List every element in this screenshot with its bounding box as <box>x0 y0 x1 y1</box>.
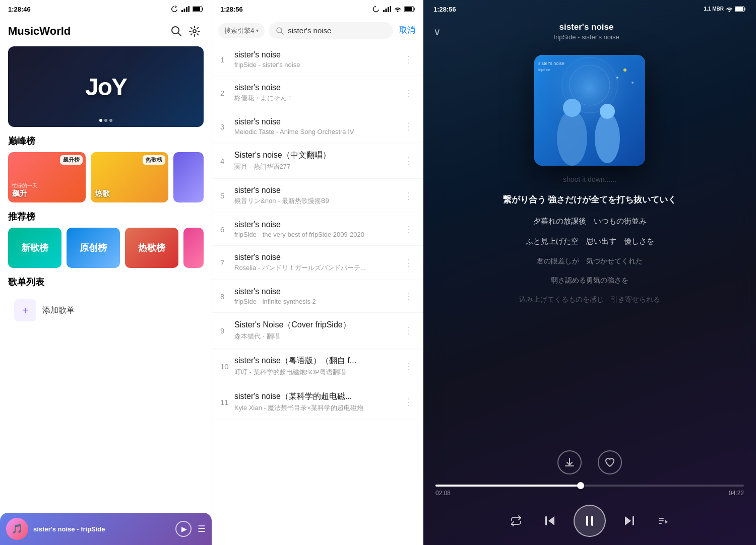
download-button[interactable] <box>557 450 582 474</box>
rec-card-new[interactable]: 新歌榜 <box>8 228 61 268</box>
result-sub-10: 叮叮 - 某科学的超电磁炮SOP粤语翻唱 <box>234 368 402 377</box>
svg-rect-33 <box>586 516 588 526</box>
chart-card-hot[interactable]: 热歌榜 热歌 <box>91 152 168 202</box>
banner-dot-1 <box>99 119 102 122</box>
result-num-8: 8 <box>220 292 234 301</box>
result-more-5[interactable]: ⋮ <box>402 188 415 203</box>
result-more-10[interactable]: ⋮ <box>402 359 415 374</box>
charts-section-title: 巅峰榜 <box>0 127 212 152</box>
result-item-11[interactable]: 11 sister's noise（某科学的超电磁... Kyle Xian -… <box>212 384 423 420</box>
rec-hot-label: 热歌榜 <box>138 242 165 254</box>
rec-card-hot[interactable]: 热歌榜 <box>125 228 178 268</box>
progress-fill <box>435 485 581 487</box>
result-more-1[interactable]: ⋮ <box>402 52 415 67</box>
result-item-4[interactable]: 4 Sister's noise（中文翻唱） 冥月 - 热门华语277 ⋮ <box>212 143 423 179</box>
player-song-sub: fripSide - sister's noise <box>441 33 732 41</box>
result-item-7[interactable]: 7 sister's noise Roselia - バンドリ！ガールズバンドパ… <box>212 246 423 280</box>
banner-image[interactable]: JoY <box>8 46 204 127</box>
search-engine-selector[interactable]: 搜索引擎4 ▾ <box>218 23 265 38</box>
current-time: 02:08 <box>435 490 451 497</box>
banner-indicators <box>99 119 112 122</box>
search-icon-2 <box>276 27 284 35</box>
chevron-down-icon: ▾ <box>256 28 259 33</box>
time-2: 1:28:56 <box>220 6 243 13</box>
result-sub-11: Kyle Xian - 魔法禁书目录×某科学的超电磁炮 <box>234 403 402 413</box>
result-more-2[interactable]: ⋮ <box>402 86 415 101</box>
mini-play-button[interactable]: ▶ <box>175 521 192 537</box>
player-content: 1:28:56 1.1 MBR ∨ sister's noise fripSid… <box>423 0 756 545</box>
result-sub-5: 鏡音リン&non - 最新热歌慢摇B9 <box>234 196 402 206</box>
result-item-5[interactable]: 5 sister's noise 鏡音リン&non - 最新热歌慢摇B9 ⋮ <box>212 179 423 213</box>
playlist-button[interactable] <box>652 510 674 532</box>
result-item-2[interactable]: 2 sister's noise 柊優花・よにそん！ ⋮ <box>212 76 423 110</box>
panel-home: 1:28:46 MusicWorld JoY 巅峰榜 飙升榜 忙碌的一天 飙升 <box>0 0 212 545</box>
result-title-5: sister's noise <box>234 186 402 195</box>
result-more-4[interactable]: ⋮ <box>402 153 415 168</box>
lyrics-area[interactable]: shoot it down...... 繋がり合う 強さだけが全てを打ち抜いてい… <box>423 171 756 444</box>
svg-rect-20 <box>534 55 645 166</box>
svg-rect-37 <box>659 520 664 521</box>
collapse-button[interactable]: ∨ <box>433 26 441 38</box>
result-num-5: 5 <box>220 191 234 200</box>
mini-player[interactable]: 🎵 sister's noise - fripSide ▶ ☰ <box>0 513 212 545</box>
repeat-button[interactable] <box>505 510 527 532</box>
settings-button[interactable] <box>185 22 204 40</box>
add-icon: + <box>14 299 36 321</box>
result-more-6[interactable]: ⋮ <box>402 222 415 237</box>
rec-card-original[interactable]: 原创榜 <box>67 228 120 268</box>
album-art-wrap: sister's noise fripSide <box>423 45 756 171</box>
progress-bar[interactable] <box>435 485 744 487</box>
status-icons-3: 1.1 MBR <box>704 6 746 12</box>
result-item-6[interactable]: 6 sister's noise fripSide - the very bes… <box>212 213 423 246</box>
lyric-line-6: 込み上げてくるものを感じ 引き寄せられる <box>433 291 746 308</box>
cancel-button[interactable]: 取消 <box>397 25 417 36</box>
svg-rect-14 <box>405 7 412 11</box>
download-icon <box>564 457 575 468</box>
result-item-8[interactable]: 8 sister's noise fripSide - infinite syn… <box>212 280 423 313</box>
result-title-9: Sister's Noise（Cover fripSide） <box>234 320 402 330</box>
search-icon <box>171 26 182 37</box>
add-playlist-button[interactable]: + 添加歌单 <box>8 293 204 327</box>
result-num-9: 9 <box>220 326 234 335</box>
search-input-container[interactable]: sister's noise <box>269 22 393 39</box>
svg-rect-35 <box>633 516 634 525</box>
result-sub-1: fripSide - sister's noise <box>234 61 402 69</box>
result-item-9[interactable]: 9 Sister's Noise（Cover fripSide） 森本猫代 - … <box>212 313 423 349</box>
result-more-11[interactable]: ⋮ <box>402 394 415 410</box>
svg-line-16 <box>281 32 283 34</box>
panel-search: 1:28:56 搜索引擎4 ▾ sister's noise 取消 1 sist… <box>212 0 423 545</box>
mini-player-avatar: 🎵 <box>6 518 28 540</box>
result-item-10[interactable]: 10 sister's noise（粤语版）（翻自 f... 叮叮 - 某科学的… <box>212 349 423 384</box>
mini-playlist-icon[interactable]: ☰ <box>198 523 206 534</box>
rec-card-more[interactable] <box>183 228 204 268</box>
chart-card-rising[interactable]: 飙升榜 忙碌的一天 飙升 <box>8 152 86 202</box>
result-more-8[interactable]: ⋮ <box>402 289 415 304</box>
result-info-5: sister's noise 鏡音リン&non - 最新热歌慢摇B9 <box>234 186 402 206</box>
result-item-3[interactable]: 3 sister's noise Melodic Taste - Anime S… <box>212 110 423 143</box>
result-num-2: 2 <box>220 89 234 97</box>
search-value: sister's noise <box>288 26 386 35</box>
chart-card-extra[interactable] <box>173 152 204 202</box>
svg-point-31 <box>632 82 634 84</box>
recommend-cards-grid: 新歌榜 原创榜 热歌榜 <box>0 228 212 268</box>
result-more-9[interactable]: ⋮ <box>402 323 415 338</box>
player-action-buttons <box>423 444 756 481</box>
banner-dot-2 <box>104 119 107 122</box>
search-button[interactable] <box>167 22 185 40</box>
play-pause-button[interactable] <box>574 505 606 537</box>
result-num-3: 3 <box>220 122 234 131</box>
result-title-3: sister's noise <box>234 117 402 126</box>
result-title-4: Sister's noise（中文翻唱） <box>234 150 402 161</box>
previous-button[interactable] <box>539 510 561 532</box>
svg-text:fripSide: fripSide <box>538 68 550 72</box>
next-button[interactable] <box>618 510 640 532</box>
like-button[interactable] <box>598 450 622 474</box>
result-item-1[interactable]: 1 sister's noise fripSide - sister's noi… <box>212 43 423 76</box>
svg-rect-32 <box>545 516 547 525</box>
result-title-2: sister's noise <box>234 83 402 92</box>
gear-icon <box>189 26 200 37</box>
result-more-7[interactable]: ⋮ <box>402 255 415 270</box>
result-num-1: 1 <box>220 55 234 64</box>
result-num-4: 4 <box>220 157 234 165</box>
result-more-3[interactable]: ⋮ <box>402 119 415 134</box>
